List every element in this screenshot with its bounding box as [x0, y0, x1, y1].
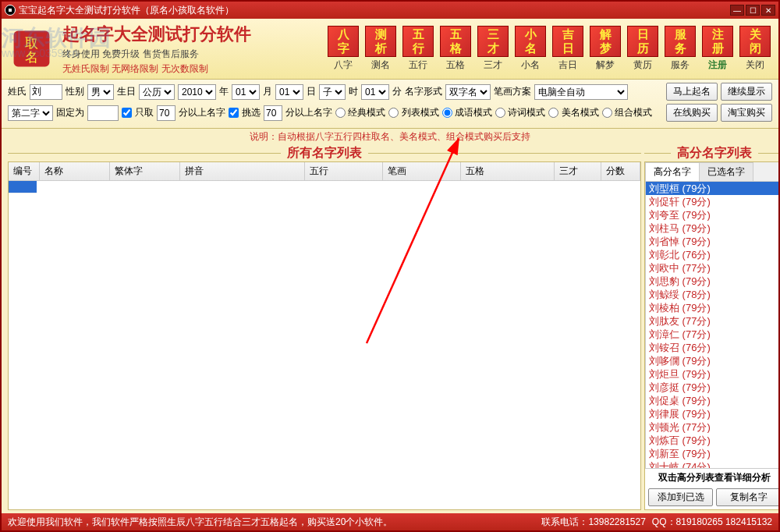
gender-select[interactable]: 男	[87, 84, 114, 100]
table-header: 编号名称繁体字拼音五行笔画五格三才分数	[9, 162, 640, 181]
pick-checkbox[interactable]	[229, 108, 239, 118]
name-list-item[interactable]: 刘鲸绥 (78分)	[646, 288, 778, 301]
mode-combo-radio[interactable]	[602, 108, 612, 118]
maximize-button[interactable]: ☐	[746, 5, 760, 16]
titlebar: 宝宝起名字大全测试打分软件（原名小孩取名软件） — ☐ ✕	[2, 2, 778, 19]
score1-input[interactable]	[157, 105, 176, 121]
toolbar-icon-服务[interactable]: 服务服务	[663, 26, 697, 72]
toolbar-icon-关闭[interactable]: 关闭关闭	[738, 26, 772, 72]
mode-list-radio[interactable]	[388, 108, 399, 118]
day-select[interactable]: 01	[275, 84, 303, 100]
mode-poem-radio[interactable]	[495, 108, 505, 118]
name-list-item[interactable]: 刘律展 (79分)	[646, 407, 778, 420]
minute-select[interactable]: 01	[361, 84, 389, 100]
form-area: 姓氏 性别 男 生日 公历 2010 年 01 月 01 日 子 时 01 分 …	[2, 80, 778, 129]
name-list-item[interactable]: 刘型桓 (79分)	[646, 182, 778, 195]
toolbar-icon-测名[interactable]: 测析测名	[363, 26, 398, 72]
table-body[interactable]	[9, 181, 640, 509]
toolbar-icon-五行[interactable]: 五行五行	[401, 26, 435, 72]
column-header[interactable]: 五格	[461, 162, 555, 180]
name-list-item[interactable]: 刘棱柏 (79分)	[646, 301, 778, 314]
column-header[interactable]: 笔画	[383, 162, 461, 180]
column-header[interactable]: 分数	[601, 162, 640, 180]
toolbar-icon-黄历[interactable]: 日历黄历	[626, 26, 660, 72]
header: 河东软件园 www.pc0359.cn 取名 起名字大全测试打分软件 终身使用 …	[2, 19, 778, 80]
month-select[interactable]: 01	[232, 84, 260, 100]
score2-input[interactable]	[264, 105, 282, 121]
copy-name-button[interactable]: 复制名字	[716, 488, 778, 506]
slogan-line-2: 无姓氏限制 无网络限制 无次数限制	[62, 62, 251, 76]
table-row-selected[interactable]	[9, 181, 37, 193]
toolbar-icon-三才[interactable]: 三才三才	[476, 26, 510, 72]
name-list-item[interactable]: 刘炬旦 (79分)	[646, 367, 778, 381]
name-list-item[interactable]: 刘肽友 (77分)	[646, 314, 778, 328]
window-title: 宝宝起名字大全测试打分软件（原名小孩取名软件）	[19, 4, 234, 17]
continue-display-button[interactable]: 继续显示	[721, 83, 772, 101]
name-list-item[interactable]: 刘思豹 (79分)	[646, 275, 778, 288]
name-list-item[interactable]: 刘促轩 (79分)	[646, 195, 778, 208]
plan-label: 笔画方案	[494, 85, 531, 98]
side-hint: 双击高分列表查看详细分析	[645, 469, 778, 487]
watermark-url: www.pc0359.cn	[2, 47, 78, 59]
mode-good-radio[interactable]	[548, 108, 558, 118]
status-text: 欢迎使用我们软件，我们软件严格按照生辰八字五行结合三才五格起名，购买送20个小软…	[8, 516, 392, 529]
column-header[interactable]: 三才	[555, 162, 601, 180]
name-list-item[interactable]: 刘夸至 (79分)	[646, 208, 778, 222]
fixed-char-input[interactable]	[87, 105, 119, 121]
calendar-select[interactable]: 公历	[139, 84, 175, 100]
statusbar: 欢迎使用我们软件，我们软件严格按照生辰八字五行结合三才五格起名，购买送20个小软…	[2, 513, 778, 530]
column-header[interactable]: 繁体字	[110, 162, 180, 180]
name-list-item[interactable]: 刘欧中 (77分)	[646, 261, 778, 275]
name-list-item[interactable]: 刘彦挺 (79分)	[646, 381, 778, 394]
tab-high-score[interactable]: 高分名字	[645, 162, 700, 181]
year-select[interactable]: 2010	[178, 84, 216, 100]
start-naming-button[interactable]: 马上起名	[666, 83, 718, 101]
name-list-item[interactable]: 刘炼百 (79分)	[646, 434, 778, 447]
name-list-item[interactable]: 刘士岐 (74分)	[646, 460, 778, 469]
right-panel-title: 高分名字列表	[671, 145, 758, 161]
name-list-item[interactable]: 刘新至 (79分)	[646, 447, 778, 460]
toolbar-icon-小名[interactable]: 小名小名	[513, 26, 548, 72]
buy-online-button[interactable]: 在线购买	[666, 104, 718, 122]
plan-select[interactable]: 电脑全自动	[534, 84, 628, 100]
birthday-label: 生日	[117, 85, 136, 98]
toolbar-icon-八字[interactable]: 八字八字	[326, 26, 360, 72]
toolbar-icon-吉日[interactable]: 吉日吉日	[551, 26, 585, 72]
name-list-item[interactable]: 刘柱马 (79分)	[646, 222, 778, 235]
minimize-button[interactable]: —	[730, 5, 744, 16]
char-position-select[interactable]: 第二字	[8, 105, 53, 121]
name-list-item[interactable]: 刘省悼 (79分)	[646, 235, 778, 248]
status-qq: 819180265 182415132	[676, 516, 772, 527]
close-button[interactable]: ✕	[761, 5, 775, 16]
app-icon	[5, 5, 16, 16]
toolbar-icon-五格[interactable]: 五格五格	[438, 26, 473, 72]
buy-taobao-button[interactable]: 淘宝购买	[721, 104, 772, 122]
name-list-item[interactable]: 刘哆僩 (79分)	[646, 354, 778, 367]
tab-selected[interactable]: 已选名字	[699, 162, 753, 181]
mode-classic-radio[interactable]	[335, 108, 346, 118]
status-phone: 13982281527	[588, 516, 645, 527]
column-header[interactable]: 编号	[9, 162, 40, 180]
gender-label: 性别	[66, 85, 84, 98]
name-list[interactable]: 刘型桓 (79分)刘促轩 (79分)刘夸至 (79分)刘柱马 (79分)刘省悼 …	[645, 181, 778, 469]
name-form-select[interactable]: 双字名	[445, 84, 491, 100]
left-panel-title: 所有名字列表	[281, 145, 368, 161]
column-header[interactable]: 拼音	[180, 162, 305, 180]
surname-label: 姓氏	[8, 85, 27, 98]
slogan-line-1: 终身使用 免费升级 售货售后服务	[62, 48, 251, 61]
mode-idiom-radio[interactable]	[442, 108, 452, 118]
name-list-item[interactable]: 刘铵召 (76分)	[646, 341, 778, 354]
surname-input[interactable]	[30, 84, 62, 100]
hour-select[interactable]: 子	[319, 84, 346, 100]
toolbar-icon-解梦[interactable]: 解梦解梦	[588, 26, 622, 72]
column-header[interactable]: 名称	[40, 162, 110, 180]
only-take-checkbox[interactable]	[122, 108, 132, 118]
all-names-panel: 编号名称繁体字拼音五行笔画五格三才分数	[8, 161, 641, 510]
name-list-item[interactable]: 刘漳仁 (77分)	[646, 328, 778, 341]
name-list-item[interactable]: 刘彰北 (76分)	[646, 248, 778, 261]
name-list-item[interactable]: 刘促桌 (79分)	[646, 394, 778, 407]
toolbar-icon-注册[interactable]: 注册注册	[700, 26, 735, 72]
add-to-selected-button[interactable]: 添加到已选	[648, 488, 713, 506]
column-header[interactable]: 五行	[305, 162, 383, 180]
name-list-item[interactable]: 刘顿光 (77分)	[646, 420, 778, 434]
